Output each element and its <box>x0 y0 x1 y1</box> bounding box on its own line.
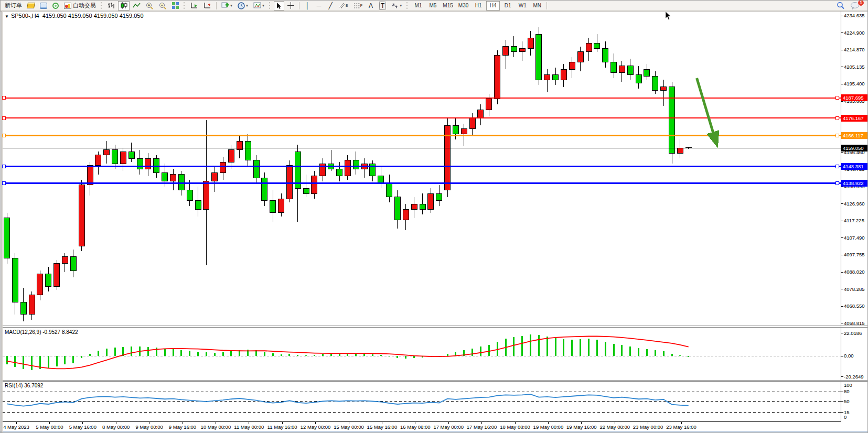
macd-histogram-bar <box>555 338 556 356</box>
candle-body <box>461 129 467 134</box>
notebook-button[interactable] <box>25 1 37 10</box>
candle-body <box>320 164 326 176</box>
candle-body <box>95 155 101 166</box>
candle-body <box>212 172 218 181</box>
line-marker[interactable] <box>835 96 839 100</box>
cursor-tool-button[interactable] <box>274 1 284 10</box>
macd-histogram-bar <box>230 351 232 356</box>
crosshair-tool-button[interactable] <box>285 1 296 10</box>
macd-histogram-bar <box>189 351 190 356</box>
terminal-button[interactable] <box>38 1 49 10</box>
line-chart-icon <box>133 2 141 9</box>
line-marker[interactable] <box>2 116 5 120</box>
timeframe-mn-button[interactable]: MN <box>530 1 544 10</box>
chat-button[interactable]: 1 <box>848 1 862 10</box>
macd-histogram-bar <box>563 339 564 356</box>
zoom-in-button[interactable] <box>144 1 156 10</box>
timeframe-m30-button[interactable]: M30 <box>456 1 470 10</box>
timeframe-m5-button[interactable]: M5 <box>426 1 440 10</box>
macd-histogram-bar <box>646 349 648 356</box>
macd-histogram-bar <box>688 356 689 357</box>
fibonacci-tool-button[interactable]: F <box>351 1 365 10</box>
text-tool-button[interactable]: A <box>366 1 376 10</box>
vertical-line-tool-button[interactable]: │ <box>302 1 313 10</box>
notification-badge: 1 <box>858 0 864 6</box>
candle-body <box>345 160 350 176</box>
chart-shift-button[interactable] <box>201 1 213 10</box>
macd-histogram-bar <box>663 351 665 356</box>
rsi-pane <box>7 394 689 406</box>
macd-histogram-bar <box>31 356 33 370</box>
add-indicator-button[interactable]: ▾ <box>219 1 234 10</box>
timeframe-w1-button[interactable]: W1 <box>516 1 529 10</box>
trendline-tool-button[interactable]: ╱ <box>325 1 336 10</box>
candle-body <box>353 160 359 169</box>
candle-body <box>453 125 458 134</box>
chart-canvas[interactable] <box>1 1 868 433</box>
candle-body <box>661 87 667 91</box>
dropdown-arrow-icon: ▾ <box>400 3 402 8</box>
timeframe-label: MN <box>533 3 541 8</box>
line-marker[interactable] <box>835 134 839 137</box>
new-order-button[interactable]: 新订单 <box>3 1 24 10</box>
macd-histogram-bar <box>14 356 16 367</box>
periods-button[interactable]: ▾ <box>235 1 250 10</box>
candle-body <box>370 164 376 176</box>
line-marker[interactable] <box>835 116 839 120</box>
candle-body <box>54 264 60 286</box>
candle-body <box>120 151 126 164</box>
line-marker[interactable] <box>2 165 5 168</box>
candle-body <box>178 175 184 190</box>
macd-histogram-bar <box>222 352 224 356</box>
signal-button[interactable] <box>50 1 61 10</box>
timeframe-h4-button[interactable]: H4 <box>486 1 500 10</box>
timeframe-d1-button[interactable]: D1 <box>501 1 515 10</box>
timeframe-m15-button[interactable]: M15 <box>441 1 455 10</box>
macd-histogram-bar <box>64 356 66 364</box>
candlestick-series <box>4 27 692 321</box>
macd-histogram-bar <box>488 345 490 356</box>
arrows-tool-button[interactable]: ▾ <box>389 1 404 10</box>
timeframe-m1-button[interactable]: M1 <box>411 1 425 10</box>
line-marker[interactable] <box>2 181 5 185</box>
toolbar-separator <box>546 2 547 9</box>
macd-histogram-bar <box>480 347 481 356</box>
arrows-icon <box>391 3 399 9</box>
candle-body <box>636 74 641 83</box>
macd-histogram-bar <box>413 356 415 358</box>
line-marker[interactable] <box>2 96 5 100</box>
line-marker[interactable] <box>835 181 839 185</box>
bar-chart-button[interactable] <box>105 1 117 10</box>
auto-trading-button[interactable]: 自动交易 <box>62 1 98 10</box>
line-marker[interactable] <box>2 134 5 137</box>
line-chart-button[interactable] <box>131 1 143 10</box>
search-button[interactable] <box>834 1 847 10</box>
trend-arrow-annotation[interactable] <box>697 78 717 145</box>
timeframe-h1-button[interactable]: H1 <box>471 1 485 10</box>
candle-body <box>303 188 309 193</box>
macd-histogram-bar <box>571 340 573 356</box>
macd-histogram-bar <box>405 356 406 359</box>
macd-histogram-bar <box>106 349 108 356</box>
horizontal-line-tool-button[interactable]: ─ <box>314 1 324 10</box>
candlestick-chart-button[interactable] <box>118 1 130 10</box>
candle-body <box>644 69 650 76</box>
candle-body <box>669 87 675 154</box>
template-button[interactable]: ▾ <box>251 1 266 10</box>
candle-body <box>387 183 392 197</box>
toolbar: 新订单 自动交易 <box>1 1 868 11</box>
auto-scroll-button[interactable] <box>188 1 200 10</box>
zoom-out-button[interactable] <box>157 1 169 10</box>
zoom-in-icon <box>146 2 154 9</box>
candle-body <box>577 52 583 62</box>
tile-windows-button[interactable] <box>170 1 181 10</box>
macd-histogram-bar <box>372 354 373 356</box>
candle-body <box>79 185 84 246</box>
channel-tool-button[interactable]: E <box>337 1 350 10</box>
auto-scroll-icon <box>190 2 198 9</box>
text-tool-icon: A <box>369 2 373 9</box>
candle-body <box>187 190 192 201</box>
macd-pane <box>6 334 690 370</box>
text-label-tool-button[interactable]: T <box>377 1 388 10</box>
line-marker[interactable] <box>835 165 839 168</box>
